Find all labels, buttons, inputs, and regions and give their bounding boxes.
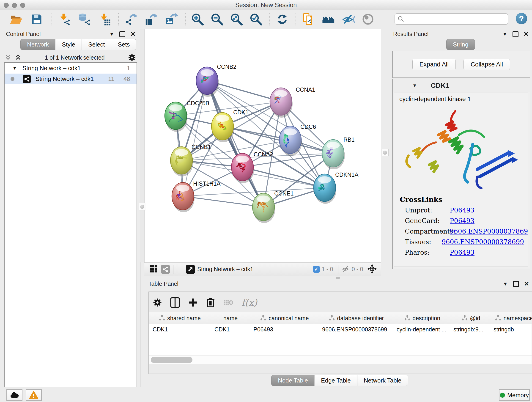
network-node-CCNB2[interactable]: CCNB2	[196, 64, 236, 97]
network-edge-CCNB2-CCNE1[interactable]	[207, 81, 264, 207]
network-collection-row[interactable]: ▼ String Network – cdk1 1	[5, 63, 137, 74]
refresh-icon[interactable]	[276, 13, 289, 26]
node-description: cyclin-dependent kinase 1	[399, 96, 471, 103]
toolbar-search-field[interactable]	[394, 13, 508, 25]
horizontal-scrollbar[interactable]	[149, 355, 532, 364]
panel-close-icon[interactable]: ✕	[524, 32, 529, 36]
panel-collapse-icon[interactable]: ▼	[503, 281, 508, 287]
node-section-header[interactable]: ▼ CDK1	[393, 79, 530, 92]
show-columns-icon[interactable]	[170, 297, 180, 308]
node-count: 11	[108, 75, 114, 83]
help-button[interactable]: ?	[516, 13, 527, 24]
show-all-eye-icon[interactable]	[361, 13, 375, 26]
pan-crosshair-icon[interactable]	[367, 264, 377, 274]
panel-close-icon[interactable]: ✕	[130, 32, 136, 36]
delete-trash-icon[interactable]	[206, 297, 215, 308]
control-tab-sets[interactable]: Sets	[111, 39, 136, 50]
control-tab-select[interactable]: Select	[82, 39, 111, 50]
splitter-handle[interactable]	[336, 277, 340, 279]
column-header-canonical-name[interactable]: canonical name	[250, 313, 319, 324]
export-network-icon[interactable]	[124, 13, 138, 26]
zoom-fit-icon[interactable]	[230, 13, 243, 26]
network-row-selected[interactable]: String Network – cdk1 11 48	[5, 74, 137, 84]
cloud-button[interactable]	[6, 389, 22, 401]
tree-caret-icon[interactable]: ▼	[12, 65, 17, 71]
crosslink-link[interactable]: 9606.ENSP00000378699	[450, 228, 528, 235]
open-in-new-window-icon[interactable]	[186, 265, 195, 274]
import-network-file-icon[interactable]	[58, 13, 71, 26]
panel-collapse-icon[interactable]: ▼	[109, 31, 114, 37]
table-cell: 9606.ENSP00000378699	[318, 324, 393, 335]
table-settings-gear-icon[interactable]	[152, 298, 162, 307]
horizontal-splitter[interactable]	[144, 276, 532, 279]
collapse-all-chevron-icon[interactable]	[5, 54, 12, 61]
network-node-CCNB1[interactable]: CCNB1	[171, 144, 211, 177]
column-header-namespace[interactable]: namespace	[491, 313, 532, 324]
export-image-icon[interactable]	[165, 13, 178, 26]
import-network-database-icon[interactable]	[78, 13, 91, 26]
collapse-all-button[interactable]: Collapse All	[463, 59, 510, 70]
toolbar-divider	[173, 265, 173, 274]
splitter-handle[interactable]	[381, 149, 389, 156]
network-node-CDC6[interactable]: CDC6	[279, 123, 316, 156]
network-node-HIST1H1A[interactable]: HIST1H1A	[172, 180, 221, 212]
network-node-CCNA2[interactable]: CCNA2	[231, 151, 273, 183]
network-edge-HIST1H1A-CCNE1[interactable]	[183, 196, 264, 207]
network-node-CDK1[interactable]: CDK1	[211, 109, 249, 142]
network-column-icon	[462, 315, 468, 321]
vertical-splitter-left[interactable]	[140, 29, 144, 262]
export-table-icon[interactable]	[145, 13, 158, 26]
column-header-name[interactable]: name	[211, 313, 250, 324]
scrollbar-thumb[interactable]	[151, 357, 192, 363]
grid-view-icon[interactable]	[149, 265, 157, 274]
column-header--id[interactable]: @id	[451, 313, 491, 324]
panel-float-icon[interactable]	[513, 31, 519, 37]
section-caret-icon[interactable]: ▼	[412, 83, 417, 88]
control-tab-style[interactable]: Style	[55, 39, 82, 50]
zoom-selected-icon[interactable]	[249, 13, 263, 26]
vertical-splitter-right[interactable]	[381, 29, 390, 276]
crosslink-link[interactable]: 9606.ENSP00000378699	[442, 238, 524, 246]
tab-string[interactable]: String	[446, 39, 475, 50]
panel-float-icon[interactable]	[513, 281, 519, 287]
network-edge-CCNB2-HIST1H1A[interactable]	[183, 81, 207, 196]
open-session-icon[interactable]	[9, 13, 23, 26]
gear-icon[interactable]	[128, 53, 136, 62]
panel-collapse-icon[interactable]: ▼	[502, 31, 507, 37]
memory-button[interactable]: Memory	[499, 389, 530, 401]
column-header-database-identifier[interactable]: database identifier	[319, 313, 394, 324]
hide-selected-eye-slash-icon[interactable]	[342, 13, 355, 26]
column-header-label: description	[413, 315, 440, 322]
table-tab-node-table[interactable]: Node Table	[271, 375, 315, 386]
network-node-RB1[interactable]: RB1	[322, 136, 355, 169]
network-canvas[interactable]: CCNB2CCNA1CDC25BCDK1CDC6RB1CCNB1CCNA2CDK…	[144, 29, 381, 262]
add-column-plus-icon[interactable]	[188, 298, 198, 307]
network-node-CDKN1A[interactable]: CDKN1A	[314, 172, 359, 204]
expand-all-chevron-icon[interactable]	[15, 54, 22, 61]
column-header-shared-name[interactable]: shared name	[149, 313, 211, 324]
panel-float-icon[interactable]	[119, 31, 125, 37]
table-tab-network-table[interactable]: Network Table	[357, 375, 408, 386]
splitter-handle[interactable]	[139, 203, 146, 211]
home-networks-icon[interactable]	[322, 13, 335, 26]
expand-all-button[interactable]: Expand All	[412, 59, 456, 70]
network-graph[interactable]: CCNB2CCNA1CDC25BCDK1CDC6RB1CCNB1CCNA2CDK…	[145, 29, 381, 262]
save-session-icon[interactable]	[30, 13, 43, 26]
import-table-file-icon[interactable]	[98, 13, 111, 26]
zoom-out-icon[interactable]	[210, 13, 224, 26]
search-input[interactable]	[406, 14, 505, 24]
table-row[interactable]: CDK1CDK1P064939606.ENSP00000378699cyclin…	[149, 324, 532, 335]
network-share-icon[interactable]	[161, 265, 170, 274]
crosslink-link[interactable]: P06493	[450, 249, 475, 256]
control-tab-network[interactable]: Network	[20, 39, 56, 50]
duplicate-network-icon[interactable]	[302, 13, 315, 26]
warning-button[interactable]	[26, 389, 42, 401]
column-header-description[interactable]: description	[394, 313, 451, 324]
crosslink-link[interactable]: P06493	[450, 217, 475, 225]
selected-checkbox-icon[interactable]: ✓	[313, 266, 320, 273]
table-tab-edge-table[interactable]: Edge Table	[314, 375, 357, 386]
network-node-CCNE1[interactable]: CCNE1	[253, 190, 294, 223]
crosslink-link[interactable]: P06493	[450, 206, 475, 214]
panel-close-icon[interactable]: ✕	[524, 282, 529, 286]
zoom-in-icon[interactable]	[191, 13, 204, 26]
